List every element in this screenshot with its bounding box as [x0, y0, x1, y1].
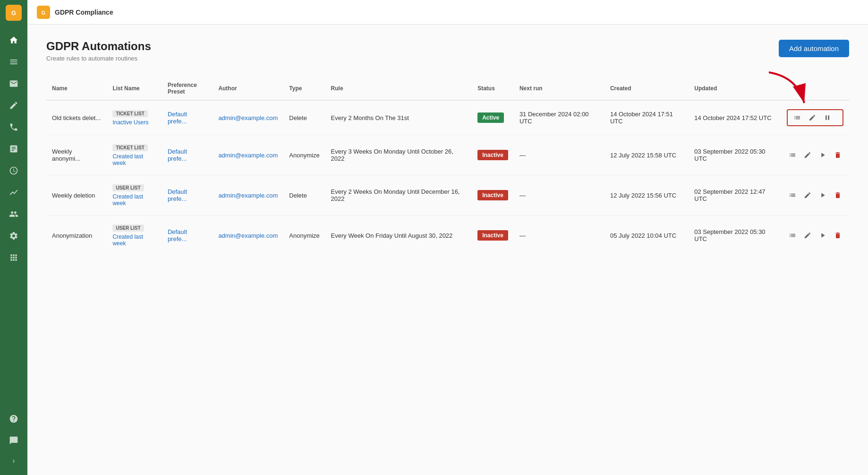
cell-status: Active: [472, 100, 514, 135]
sidebar-item-settings[interactable]: [4, 226, 23, 245]
author-link[interactable]: admin@example.com: [218, 114, 278, 121]
cell-author: admin@example.com: [213, 175, 283, 216]
cell-rule: Every 3 Weeks On Monday Until October 26…: [325, 135, 472, 175]
cell-author: admin@example.com: [213, 100, 283, 135]
cell-list: TICKET LIST Created last week: [107, 135, 162, 175]
list-type-tag: TICKET LIST: [112, 144, 148, 151]
delete-button[interactable]: [832, 190, 843, 201]
row-actions: [787, 230, 843, 241]
run-button[interactable]: [817, 149, 828, 161]
pref-preset-link[interactable]: Default prefe...: [168, 228, 187, 242]
view-details-button[interactable]: [787, 190, 798, 201]
automations-table: Name List Name PreferencePreset Author T…: [46, 77, 849, 255]
sidebar-item-analytics[interactable]: [4, 183, 23, 202]
cell-rule: Every 2 Weeks On Monday Until December 1…: [325, 175, 472, 216]
row-actions: [787, 149, 843, 161]
list-name-link[interactable]: Created last week: [112, 233, 156, 247]
table-row: Weekly anonymi... TICKET LIST Created la…: [46, 135, 849, 175]
table-row: Anonymization USER LIST Created last wee…: [46, 216, 849, 256]
delete-button[interactable]: [832, 230, 843, 241]
cell-list: USER LIST Created last week: [107, 175, 162, 216]
sidebar-item-clock[interactable]: [4, 161, 23, 180]
topbar-title: GDPR Compliance: [55, 9, 113, 16]
cell-next-run: —: [514, 175, 604, 216]
col-name: Name: [46, 77, 107, 100]
add-automation-button[interactable]: Add automation: [779, 40, 849, 57]
topbar: G GDPR Compliance: [27, 0, 868, 25]
list-name-link[interactable]: Inactive Users: [112, 119, 156, 126]
cell-created: 05 July 2022 10:04 UTC: [604, 216, 689, 256]
author-link[interactable]: admin@example.com: [218, 232, 278, 239]
cell-updated: 03 September 2022 05:30 UTC: [689, 135, 781, 175]
sidebar-expand-button[interactable]: ›: [4, 451, 23, 470]
svg-text:G: G: [42, 9, 45, 15]
cell-next-run: 31 December 2024 02:00 UTC: [514, 100, 604, 135]
cell-name: Weekly anonymi...: [46, 135, 107, 175]
view-details-button[interactable]: [787, 149, 798, 161]
sidebar-item-home[interactable]: [4, 31, 23, 50]
cell-pref: Default prefe...: [162, 175, 213, 216]
sidebar-item-help[interactable]: [4, 409, 23, 428]
list-name-link[interactable]: Created last week: [112, 193, 156, 207]
sidebar-item-users[interactable]: [4, 205, 23, 224]
cell-updated: 03 September 2022 05:30 UTC: [689, 216, 781, 256]
run-button[interactable]: [817, 230, 828, 241]
delete-button[interactable]: [832, 149, 843, 161]
run-button[interactable]: [817, 190, 828, 201]
sidebar-item-edit[interactable]: [4, 96, 23, 115]
cell-rule: Every Week On Friday Until August 30, 20…: [325, 216, 472, 256]
sidebar-item-menu[interactable]: [4, 52, 23, 71]
cell-next-run: —: [514, 135, 604, 175]
cell-pref: Default prefe...: [162, 135, 213, 175]
pause-button[interactable]: [822, 112, 833, 123]
view-details-button[interactable]: [787, 230, 798, 241]
list-name-link[interactable]: Created last week: [112, 153, 156, 166]
sidebar-item-apps[interactable]: [4, 248, 23, 267]
status-badge: Inactive: [477, 190, 508, 200]
cell-status: Inactive: [472, 175, 514, 216]
col-next-run: Next run: [514, 77, 604, 100]
view-details-button[interactable]: [791, 112, 803, 123]
col-author: Author: [213, 77, 283, 100]
cell-status: Inactive: [472, 135, 514, 175]
page-title: GDPR Automations: [46, 40, 151, 53]
page-title-area: GDPR Automations Create rules to automat…: [46, 40, 151, 62]
row-actions-highlighted: [787, 109, 843, 126]
status-badge: Inactive: [477, 230, 508, 241]
author-link[interactable]: admin@example.com: [218, 192, 278, 199]
cell-status: Inactive: [472, 216, 514, 256]
cell-updated: 14 October 2024 17:52 UTC: [689, 100, 781, 135]
col-created: Created: [604, 77, 689, 100]
col-status: Status: [472, 77, 514, 100]
cell-created: 12 July 2022 15:56 UTC: [604, 175, 689, 216]
pref-preset-link[interactable]: Default prefe...: [168, 111, 187, 125]
edit-button[interactable]: [802, 149, 813, 161]
cell-author: admin@example.com: [213, 216, 283, 256]
pref-preset-link[interactable]: Default prefe...: [168, 188, 187, 202]
edit-button[interactable]: [802, 190, 813, 201]
table-row: Old tickets delet... TICKET LIST Inactiv…: [46, 100, 849, 135]
edit-button[interactable]: [802, 230, 813, 241]
sidebar-item-tickets[interactable]: [4, 74, 23, 93]
pref-preset-link[interactable]: Default prefe...: [168, 148, 187, 162]
author-link[interactable]: admin@example.com: [218, 152, 278, 159]
sidebar-item-chat[interactable]: [4, 431, 23, 450]
sidebar: G ›: [0, 0, 27, 475]
sidebar-logo: G: [6, 5, 22, 21]
table-body: Old tickets delet... TICKET LIST Inactiv…: [46, 100, 849, 255]
cell-next-run: —: [514, 216, 604, 256]
col-type: Type: [283, 77, 325, 100]
edit-button[interactable]: [807, 112, 818, 123]
cell-actions: [781, 135, 849, 175]
cell-name: Anonymization: [46, 216, 107, 256]
main-content: G GDPR Compliance GDPR Automations Creat…: [27, 0, 868, 475]
sidebar-item-reports[interactable]: [4, 139, 23, 158]
sidebar-item-calls[interactable]: [4, 118, 23, 137]
cell-type: Anonymize: [283, 216, 325, 256]
content-area: GDPR Automations Create rules to automat…: [27, 25, 868, 475]
cell-name: Weekly deletion: [46, 175, 107, 216]
cell-created: 12 July 2022 15:58 UTC: [604, 135, 689, 175]
cell-actions: [781, 216, 849, 256]
automations-table-container: Name List Name PreferencePreset Author T…: [46, 77, 849, 255]
cell-type: Anonymize: [283, 135, 325, 175]
